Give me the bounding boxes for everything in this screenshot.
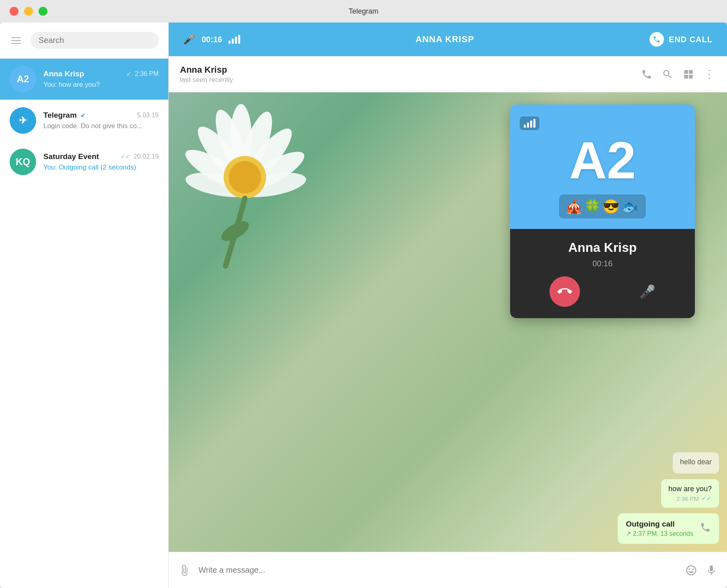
call-card-name: Anna Krisp (568, 240, 637, 255)
signal-bar-2 (232, 39, 234, 44)
chat-background: A2 🎪🍀😎🐟 Anna Krisp 00:16 🎤 (169, 92, 727, 552)
message-input[interactable] (198, 566, 677, 575)
call-bubble: Outgoing call ↗ 2:37 PM, 13 seconds (618, 513, 719, 544)
message-checks: ✓✓ (701, 495, 712, 502)
chat-info: Anna Krisp ✓ 2:36 PM You: how are you? (43, 69, 159, 89)
message-time: 2:36 PM (676, 495, 699, 502)
chat-name-with-badge: Telegram ✔ (43, 111, 86, 120)
signal-bar (524, 125, 526, 128)
call-bar-contact: ANNA KRISP (248, 34, 641, 45)
signal-bar-4 (238, 35, 240, 44)
microphone-icon: 🎤 (183, 34, 195, 45)
call-bar-left: 🎤 00:16 (183, 34, 240, 45)
more-button[interactable]: ⋮ (704, 67, 716, 81)
call-card-bottom: Anna Krisp 00:16 🎤 (510, 229, 695, 318)
emoji-button[interactable] (685, 564, 697, 576)
close-button[interactable] (10, 7, 18, 16)
call-bar: 🎤 00:16 ANNA KRISP END CALL (169, 22, 727, 56)
chat-item-saturday-event[interactable]: KQ Saturday Event ✓✓ 20.02.19 You: Outgo… (0, 141, 168, 183)
chat-name-row: Telegram ✔ 5.03.19 (43, 111, 159, 120)
call-card-top: A2 🎪🍀😎🐟 (510, 104, 695, 229)
chat-info: Telegram ✔ 5.03.19 Login code: Do not gi… (43, 111, 159, 130)
sidebar-header (0, 22, 168, 59)
chat-item-telegram[interactable]: ✈ Telegram ✔ 5.03.19 Login code: Do not … (0, 100, 168, 141)
end-call-label: END CALL (669, 35, 713, 44)
call-bubble-info: Outgoing call ↗ 2:37 PM, 13 seconds (626, 520, 693, 537)
chat-header-actions: ⋮ (641, 67, 716, 81)
call-phone-icon (700, 522, 711, 536)
microphone-input-button[interactable] (705, 564, 717, 576)
call-bar-right: END CALL (649, 32, 713, 47)
hamburger-line (11, 37, 21, 38)
signal-bar (533, 119, 535, 128)
message-meta: 2:36 PM ✓✓ (668, 495, 712, 502)
chat-time: 5.03.19 (137, 112, 159, 119)
call-card-signal (520, 116, 539, 130)
chat-time: ✓ 2:36 PM (127, 70, 159, 78)
svg-point-10 (229, 161, 261, 194)
check-mark: ✓✓ (120, 153, 130, 160)
chat-preview: You: Outgoing call (2 seconds) (43, 163, 159, 172)
call-card: A2 🎪🍀😎🐟 Anna Krisp 00:16 🎤 (510, 104, 695, 318)
background-image: A2 🎪🍀😎🐟 Anna Krisp 00:16 🎤 (169, 92, 727, 552)
chat-time: ✓✓ 20.02.19 (120, 153, 159, 160)
chat-header-info: Anna Krisp last seen recently (180, 65, 641, 84)
message-bubble: how are you? 2:36 PM ✓✓ (661, 479, 719, 508)
avatar: A2 (10, 66, 36, 92)
call-card-actions: 🎤 (520, 276, 685, 307)
signal-bar (527, 122, 529, 128)
chat-header-name: Anna Krisp (180, 65, 641, 75)
chat-item-anna-krisp[interactable]: A2 Anna Krisp ✓ 2:36 PM You: how are you… (0, 59, 168, 100)
avatar: KQ (10, 149, 36, 175)
call-duration: 00:16 (202, 35, 222, 44)
window-controls[interactable] (10, 7, 47, 16)
chat-header: Anna Krisp last seen recently ⋮ (169, 56, 727, 92)
chat-info: Saturday Event ✓✓ 20.02.19 You: Outgoing… (43, 152, 159, 172)
maximize-button[interactable] (39, 7, 47, 16)
avatar: ✈ (10, 107, 36, 134)
verified-badge: ✔ (80, 112, 86, 119)
messages-area: hello dear how are you? 2:36 PM ✓✓ Outg (502, 444, 727, 552)
chat-preview: You: how are you? (43, 81, 159, 89)
attach-button[interactable] (178, 564, 190, 576)
signal-bar (530, 120, 532, 128)
chat-name: Telegram (43, 111, 77, 119)
message-bubble: hello dear (673, 452, 719, 474)
message-input-bar (169, 552, 727, 588)
chat-preview: Login code: Do not give this co... (43, 122, 159, 130)
chat-header-status: last seen recently (180, 76, 641, 84)
minimize-button[interactable] (24, 7, 33, 16)
call-card-avatar: A2 (569, 134, 636, 186)
search-button[interactable] (662, 69, 673, 80)
phone-button[interactable] (641, 69, 652, 80)
message-text: how are you? (668, 485, 712, 493)
search-wrapper[interactable] (31, 32, 159, 49)
daisy-flower (169, 92, 321, 285)
signal-bar-1 (229, 41, 231, 44)
title-bar: Telegram (0, 0, 727, 22)
chat-name: Saturday Event (43, 152, 99, 161)
layout-button[interactable] (683, 69, 694, 80)
hamburger-line (11, 43, 21, 44)
check-mark: ✓ (127, 71, 131, 77)
call-card-emojis: 🎪🍀😎🐟 (559, 194, 646, 218)
chat-name-row: Saturday Event ✓✓ 20.02.19 (43, 152, 159, 161)
chat-area: 🎤 00:16 ANNA KRISP END CALL (169, 22, 727, 588)
end-call-button[interactable] (549, 276, 580, 307)
call-card-duration: 00:16 (592, 259, 613, 268)
menu-button[interactable] (10, 36, 22, 45)
chat-name: Anna Krisp (43, 69, 84, 78)
sidebar: A2 Anna Krisp ✓ 2:36 PM You: how are you… (0, 22, 169, 588)
window-title: Telegram (349, 7, 378, 16)
signal-bar-3 (235, 37, 237, 44)
app-container: A2 Anna Krisp ✓ 2:36 PM You: how are you… (0, 22, 727, 588)
call-bubble-title: Outgoing call (626, 520, 693, 529)
call-bubble-sub: ↗ 2:37 PM, 13 seconds (626, 530, 693, 537)
search-input[interactable] (39, 36, 151, 45)
chat-list: A2 Anna Krisp ✓ 2:36 PM You: how are you… (0, 59, 168, 588)
mute-button[interactable]: 🎤 (639, 284, 656, 299)
message-text: hello dear (680, 458, 712, 466)
end-call-phone-icon (649, 32, 664, 47)
hamburger-line (11, 40, 21, 41)
signal-bars (229, 35, 240, 44)
